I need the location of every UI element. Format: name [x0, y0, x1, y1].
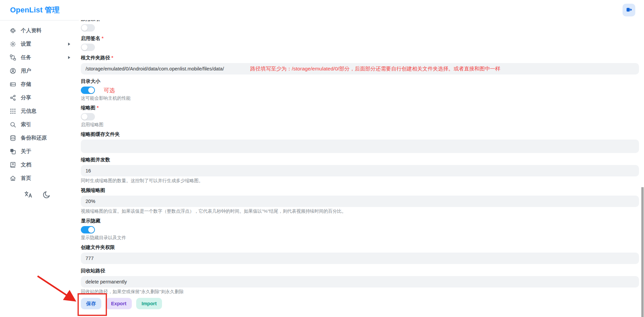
sidebar-item-label: 任务	[21, 54, 31, 61]
field-mkdir-perm: 创建文件夹权限	[81, 244, 639, 264]
sidebar-item-label: 用户	[21, 67, 31, 74]
sidebar-item-label: 分享	[21, 94, 31, 101]
mkdir-perm-input[interactable]	[81, 253, 639, 264]
video-thumbnail-input[interactable]	[81, 196, 639, 207]
field-thumbnail-concurrency: 缩略图并发数同时生成缩略图的数量。这控制了可以并行生成多少缩略图。	[81, 156, 639, 183]
sidebar-item-home[interactable]: 首页	[0, 171, 79, 185]
required-asterisk: *	[97, 105, 99, 110]
about-icon	[9, 148, 16, 155]
field-description: 回收站的路径，如果空或保留"永久删除"则永久删除	[81, 289, 639, 295]
sidebar-item-label: 首页	[21, 175, 31, 182]
field-thumbnail: 缩略图 *启用缩略图	[81, 104, 639, 127]
toggle-knob	[82, 114, 88, 120]
search-icon	[9, 121, 16, 128]
sidebar-item-users[interactable]: 用户	[0, 64, 79, 77]
sidebar-item-shares[interactable]: 分享	[0, 91, 79, 104]
vertical-scrollbar[interactable]	[641, 187, 644, 317]
sidebar-item-label: 索引	[21, 121, 31, 128]
sidebar: 个人资料设置任务用户存储分享元信息索引备份和还原关于文档首页	[0, 20, 79, 317]
app-title: OpenList 管理	[10, 5, 60, 15]
sidebar-item-metas[interactable]: 元信息	[0, 104, 79, 118]
show-hidden-toggle[interactable]	[81, 226, 95, 233]
toggle-knob	[88, 87, 94, 93]
field-label: 启用签名 *	[81, 35, 639, 42]
storage-icon	[9, 81, 16, 88]
export-button[interactable]: Export	[106, 298, 132, 309]
account-switch-button[interactable]	[623, 4, 635, 16]
translate-button[interactable]	[23, 190, 34, 200]
required-asterisk: *	[102, 36, 104, 41]
dark-mode-button[interactable]	[42, 190, 52, 200]
field-label: 缩略图 *	[81, 104, 639, 111]
save-button[interactable]: 保存	[81, 298, 101, 309]
sidebar-item-label: 元信息	[21, 108, 37, 115]
field-thumbnail-cache-folder: 缩略图缓存文件夹	[81, 131, 639, 153]
field-note: 可选	[104, 87, 115, 94]
chevron-right-icon	[68, 56, 71, 59]
thumbnail-concurrency-input[interactable]	[81, 165, 639, 176]
field-label: 创建文件夹权限	[81, 244, 639, 251]
sidebar-footer	[0, 190, 79, 200]
user-icon	[9, 67, 16, 74]
sidebar-item-profile[interactable]: 个人资料	[0, 24, 79, 37]
sidebar-item-label: 设置	[21, 41, 31, 48]
gear-icon	[9, 41, 16, 47]
sidebar-item-about[interactable]: 关于	[0, 145, 79, 158]
translate-icon	[24, 191, 33, 200]
field-root-folder-path: 根文件夹路径 *路径填写至少为：/storage/emulated/0/部分，后…	[81, 54, 639, 74]
toggle-knob	[88, 227, 94, 233]
field-folder-size: 目录大小可选这可能会影响主机的性能	[81, 78, 639, 101]
sidebar-item-backup[interactable]: 备份和还原	[0, 131, 79, 145]
sidebar-item-label: 备份和还原	[21, 135, 47, 142]
moon-icon	[42, 191, 51, 200]
field-description: 视频缩略图的位置。如果该值是一个数字（整数点浮点），它代表几秒钟的时间。如果值以…	[81, 208, 639, 214]
sidebar-item-settings[interactable]: 设置	[0, 37, 79, 51]
share-icon	[9, 94, 16, 101]
sidebar-item-tasks[interactable]: 任务	[0, 51, 79, 64]
thumbnail-toggle[interactable]	[81, 113, 95, 120]
backup-icon	[9, 135, 16, 141]
folder-size-toggle[interactable]	[81, 87, 95, 94]
sidebar-items: 个人资料设置任务用户存储分享元信息索引备份和还原关于文档首页	[0, 24, 79, 185]
field-label: 视频缩略图	[81, 187, 639, 194]
settings-form: 禁用索引启用签名 *根文件夹路径 *路径填写至少为：/storage/emula…	[81, 20, 639, 295]
app-header: OpenList 管理	[0, 0, 644, 20]
fingerprint-icon	[9, 27, 16, 34]
docs-icon	[9, 161, 16, 168]
field-enable-sign: 启用签名 *	[81, 35, 639, 51]
field-label: 根文件夹路径 *	[81, 54, 639, 61]
field-label: 回收站路径	[81, 267, 639, 274]
field-recycle-bin-path: 回收站路径回收站的路径，如果空或保留"永久删除"则永久删除	[81, 267, 639, 295]
field-description: 同时生成缩略图的数量。这控制了可以并行生成多少缩略图。	[81, 178, 639, 183]
field-label: 缩略图缓存文件夹	[81, 131, 639, 138]
field-disable-index: 禁用索引	[81, 20, 639, 32]
import-button[interactable]: Import	[136, 298, 162, 309]
disable-index-toggle[interactable]	[81, 24, 95, 32]
main-content: 禁用索引启用签名 *根文件夹路径 *路径填写至少为：/storage/emula…	[79, 20, 644, 317]
switch-icon	[626, 6, 632, 14]
toggle-knob	[82, 44, 88, 50]
field-label: 显示隐藏	[81, 217, 639, 224]
recycle-bin-path-input[interactable]	[81, 276, 639, 287]
sidebar-item-label: 文档	[21, 161, 31, 168]
page: OpenList 管理 个人资料设置任务用户存储分享元信息索引备份和还原关于文档…	[0, 0, 644, 317]
toggle-knob	[82, 25, 88, 31]
home-icon	[9, 175, 16, 181]
field-video-thumbnail: 视频缩略图视频缩略图的位置。如果该值是一个数字（整数点浮点），它代表几秒钟的时间…	[81, 187, 639, 214]
sidebar-item-label: 存储	[21, 81, 31, 88]
field-label: 目录大小	[81, 78, 639, 85]
field-description: 这可能会影响主机的性能	[81, 95, 639, 101]
sidebar-item-storages[interactable]: 存储	[0, 77, 79, 91]
root-folder-path-input[interactable]	[81, 63, 639, 74]
meta-icon	[9, 108, 16, 114]
field-show-hidden: 显示隐藏显示隐藏目录以及文件	[81, 217, 639, 241]
required-asterisk: *	[111, 55, 113, 60]
tasks-icon	[9, 54, 16, 61]
enable-sign-toggle[interactable]	[81, 44, 95, 51]
sidebar-item-label: 关于	[21, 148, 31, 155]
sidebar-item-docs[interactable]: 文档	[0, 158, 79, 171]
sidebar-item-indexes[interactable]: 索引	[0, 118, 79, 131]
chevron-right-icon	[68, 42, 71, 46]
field-description: 启用缩略图	[81, 122, 639, 127]
thumbnail-cache-folder-input[interactable]	[81, 140, 639, 153]
